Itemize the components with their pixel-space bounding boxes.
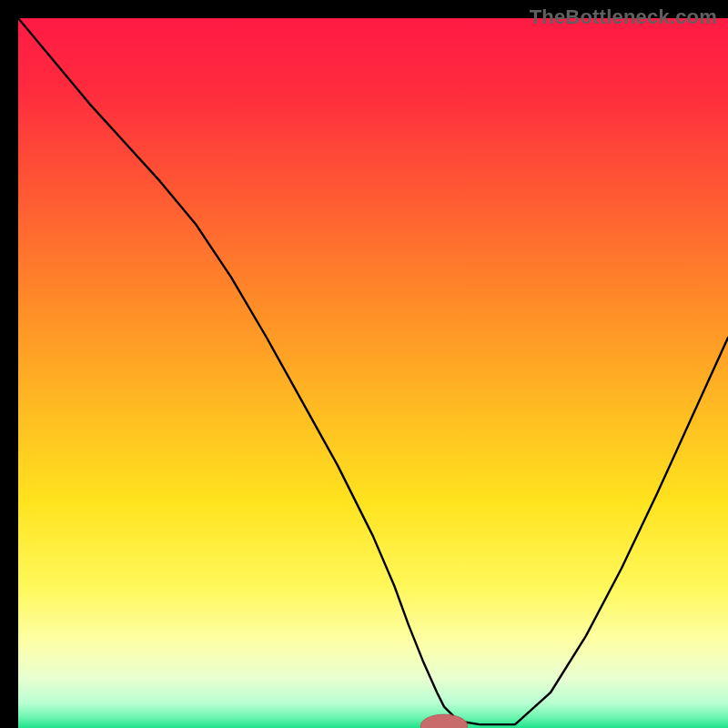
watermark-text: TheBottleneck.com <box>530 5 717 29</box>
gradient-background <box>18 18 728 728</box>
chart-frame <box>9 9 719 719</box>
bottleneck-chart <box>18 18 728 728</box>
